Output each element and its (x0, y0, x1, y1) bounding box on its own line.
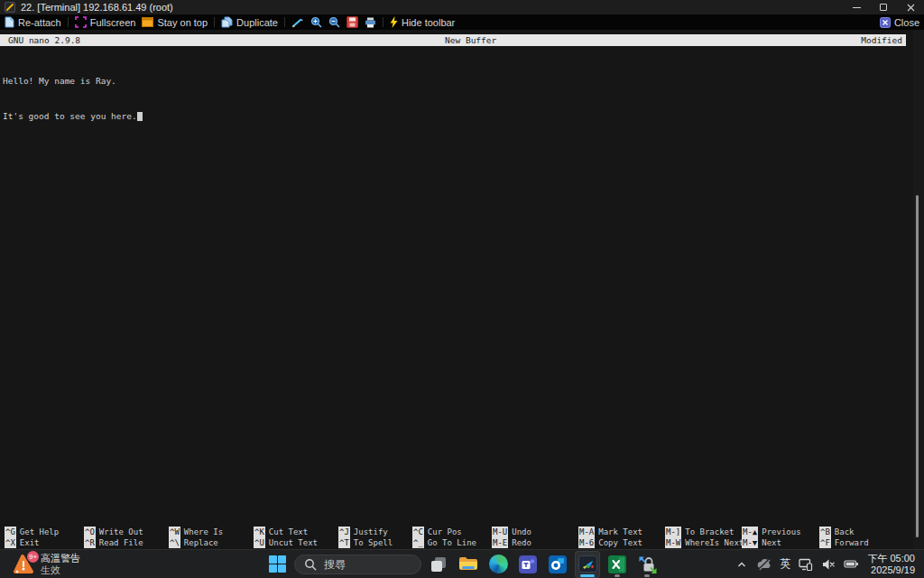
reattach-button[interactable]: Re-attach (5, 16, 61, 28)
nano-shortcut: M-WWhereIs Next (665, 537, 742, 548)
nano-shortcut: ^XExit (5, 537, 84, 548)
screenshot-button[interactable] (346, 16, 358, 28)
file-explorer-button[interactable] (456, 551, 481, 578)
shortcut-label: Cut Text (269, 527, 308, 537)
shortcut-label: Next (762, 537, 781, 548)
edge-icon (489, 555, 508, 573)
close-tab-button[interactable]: Close (880, 17, 919, 28)
nano-shortcut: ^_Go To Line (412, 537, 492, 548)
nano-buffer-name: New Buffer (80, 34, 861, 46)
running-app-indicator (614, 574, 620, 577)
lock-arrows-icon (637, 555, 658, 574)
nano-shortcut: M-▲Previous (742, 527, 819, 537)
nano-shortcut: M-ERedo (492, 537, 578, 548)
terminal-area[interactable]: GNU nano 2.9.8 New Buffer Modified Hello… (0, 30, 924, 549)
active-app-indicator (580, 574, 595, 577)
tray-chevron-up-icon[interactable] (735, 558, 748, 571)
nano-shortcut: M-UUndo (492, 527, 578, 537)
edge-browser-button[interactable] (485, 551, 511, 578)
mobaxterm-icon (578, 555, 597, 573)
lightning-bolt-icon (390, 16, 398, 28)
taskbar-clock[interactable]: 下午 05:00 2025/9/19 (867, 553, 915, 575)
teams-button[interactable] (515, 551, 541, 578)
toolbar-separator (68, 17, 69, 27)
shortcut-label: To Bracket (685, 527, 734, 537)
window-titlebar: 22. [Terminal] 192.168.61.49 (root) (0, 0, 924, 14)
nano-version: GNU nano 2.9.8 (0, 34, 80, 46)
shortcut-key: ^B (819, 527, 831, 537)
maximize-button[interactable] (870, 0, 897, 14)
shortcut-key: ^T (338, 537, 350, 548)
notification-badge: 9+ (27, 551, 39, 563)
nano-shortcut: ^CCur Pos (412, 527, 492, 537)
start-button[interactable] (264, 551, 290, 578)
zoom-out-button[interactable] (328, 16, 340, 28)
shortcut-key: ^R (84, 537, 96, 548)
shortcut-label: Undo (512, 527, 531, 537)
fullscreen-button[interactable]: Fullscreen (75, 16, 136, 28)
shortcut-key: ^K (254, 527, 265, 537)
nano-shortcut-bar: ^GGet Help^XExit^OWrite Out^RRead File^W… (5, 527, 924, 548)
shortcut-key: ^C (412, 527, 424, 537)
shortcut-label: WhereIs Next (685, 537, 744, 548)
mobaxterm-toolbar: Re-attach Fullscreen Stay on top Du (0, 14, 924, 30)
shortcut-key: M-] (665, 527, 681, 537)
nano-shortcut: ^RRead File (84, 537, 169, 548)
duplicate-button[interactable]: Duplicate (221, 16, 278, 28)
battery-icon[interactable] (844, 557, 859, 571)
task-view-button[interactable] (426, 551, 451, 578)
remote-lock-app-button[interactable] (634, 551, 660, 578)
shortcut-key: ^_ (412, 537, 424, 548)
close-tab-label: Close (894, 17, 919, 28)
edit-pen-button[interactable] (291, 17, 304, 28)
outlook-button[interactable] (545, 551, 570, 578)
taskbar-search[interactable] (294, 555, 421, 574)
printer-icon (365, 17, 376, 28)
zoom-in-icon (310, 16, 322, 28)
shortcut-key: M-U (492, 527, 508, 537)
mobaxterm-button[interactable] (575, 551, 600, 578)
terminal-scrollbar-track[interactable] (913, 30, 924, 549)
nano-titlebar: GNU nano 2.9.8 New Buffer Modified (0, 34, 906, 46)
weather-widget[interactable]: 9+ 高溫警告 生效 (12, 550, 80, 578)
running-app-indicator (644, 574, 650, 577)
folder-icon (458, 556, 478, 572)
nano-modified-flag: Modified (861, 34, 906, 46)
shortcut-key: M-A (578, 527, 595, 537)
terminal-scrollbar-thumb[interactable] (916, 195, 919, 537)
maximize-icon (880, 4, 887, 11)
windows-logo-icon (269, 555, 286, 573)
window-title: 22. [Terminal] 192.168.61.49 (root) (21, 0, 843, 14)
zoom-in-button[interactable] (310, 16, 322, 28)
teams-icon (519, 555, 537, 573)
nano-shortcut: ^FForward (819, 537, 924, 548)
taskbar-center (264, 550, 660, 578)
shortcut-label: Mark Text (598, 527, 642, 537)
close-window-button[interactable] (897, 0, 924, 14)
shortcut-key: ^W (169, 527, 180, 537)
shortcut-label: Go To Line (428, 537, 476, 548)
print-button[interactable] (365, 17, 376, 28)
hide-toolbar-button[interactable]: Hide toolbar (390, 16, 455, 28)
close-icon (907, 4, 915, 12)
volume-muted-icon[interactable] (821, 558, 836, 571)
nano-shortcut: ^GGet Help (5, 527, 84, 537)
task-view-icon (430, 555, 448, 573)
shortcut-key: M-W (665, 537, 681, 548)
excel-icon (608, 555, 626, 573)
minimize-button[interactable] (843, 0, 870, 14)
shortcut-key: ^\ (169, 537, 180, 548)
stay-on-top-button[interactable]: Stay on top (142, 17, 208, 28)
shortcut-label: Write Out (99, 527, 143, 537)
shortcut-key: ^O (84, 527, 96, 537)
shortcut-label: Justify (354, 527, 388, 537)
shortcut-key: M-E (492, 537, 508, 548)
search-input[interactable] (324, 558, 405, 571)
excel-button[interactable] (605, 551, 630, 578)
outlook-icon (549, 555, 567, 573)
text-line: Hello! My name is Ray. (3, 75, 143, 87)
duplicate-label: Duplicate (236, 17, 278, 28)
ime-indicator[interactable]: 英 (780, 556, 790, 572)
onedrive-paused-icon[interactable] (756, 557, 772, 571)
cast-display-icon[interactable] (799, 557, 813, 571)
